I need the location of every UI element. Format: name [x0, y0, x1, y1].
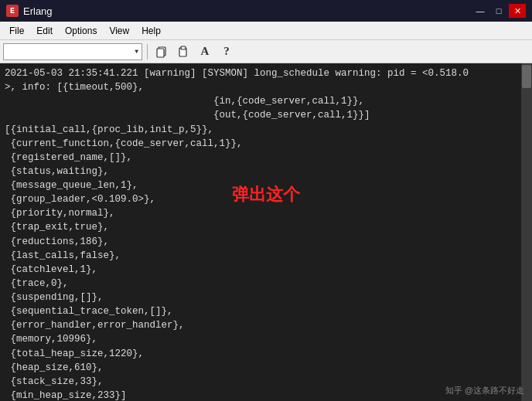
terminal-line: {in,{code_server,call,1}},: [5, 94, 517, 108]
svg-rect-3: [181, 46, 186, 49]
terminal-line: {catchlevel,1},: [5, 263, 517, 277]
menu-options[interactable]: Options: [59, 24, 103, 38]
terminal-line: {trace,0},: [5, 277, 517, 291]
terminal-line: {suspending,[]},: [5, 291, 517, 304]
close-button[interactable]: ✕: [509, 4, 526, 18]
minimize-button[interactable]: —: [472, 4, 489, 18]
terminal: 2021-05-03 21:35:41.221 [warning] [SYSMO…: [0, 63, 532, 401]
terminal-line: {total_heap_size,1220},: [5, 347, 517, 361]
menu-file[interactable]: File: [3, 24, 30, 38]
terminal-line: {status,waiting},: [5, 165, 517, 178]
font-button[interactable]: A: [196, 42, 214, 61]
terminal-line: {group_leader,<0.109.0>},: [5, 192, 517, 206]
menu-bar: File Edit Options View Help: [0, 22, 532, 40]
terminal-line: {stack_size,33},: [5, 375, 517, 389]
toolbar: A ?: [0, 40, 532, 63]
terminal-line: {message_queue_len,1},: [5, 178, 517, 192]
terminal-line: {sequential_trace_token,[]},: [5, 304, 517, 318]
scroll-thumb[interactable]: [522, 65, 531, 88]
terminal-line: {priority,normal},: [5, 206, 517, 220]
terminal-line: {last_calls,false},: [5, 249, 517, 263]
maximize-button[interactable]: □: [490, 4, 507, 18]
copy-button-1[interactable]: [152, 42, 171, 61]
terminal-line: {min_heap_size,233}]: [5, 389, 517, 401]
window-controls[interactable]: — □ ✕: [472, 4, 526, 18]
terminal-line: {heap_size,610},: [5, 361, 517, 375]
svg-rect-1: [157, 49, 164, 57]
shell-dropdown[interactable]: [3, 43, 142, 60]
terminal-line: {current_function,{code_server,call,1}},: [5, 137, 517, 151]
paste-button[interactable]: [174, 42, 193, 61]
terminal-content[interactable]: 2021-05-03 21:35:41.221 [warning] [SYSMO…: [0, 63, 521, 401]
menu-help[interactable]: Help: [135, 24, 167, 38]
help-button[interactable]: ?: [217, 42, 236, 61]
menu-edit[interactable]: Edit: [30, 24, 59, 38]
scrollbar[interactable]: [521, 63, 532, 401]
terminal-line: {trap_exit,true},: [5, 220, 517, 234]
terminal-line: {registered_name,[]},: [5, 151, 517, 165]
terminal-line: [{initial_call,{proc_lib,init_p,5}},: [5, 123, 517, 137]
toolbar-separator-1: [147, 44, 148, 59]
title-bar: E Erlang — □ ✕: [0, 0, 532, 22]
terminal-line: >, info: [{timeout,500},: [5, 80, 517, 94]
terminal-line: {reductions,186},: [5, 235, 517, 249]
terminal-line: {out,{code_server,call,1}}]: [5, 108, 517, 122]
app-icon: E: [6, 5, 19, 17]
title-bar-left: E Erlang: [6, 5, 53, 17]
menu-view[interactable]: View: [103, 24, 135, 38]
window-title: Erlang: [23, 5, 53, 17]
terminal-line: {error_handler,error_handler},: [5, 318, 517, 332]
terminal-line: {memory,10996},: [5, 332, 517, 346]
terminal-line: 2021-05-03 21:35:41.221 [warning] [SYSMO…: [5, 66, 517, 80]
